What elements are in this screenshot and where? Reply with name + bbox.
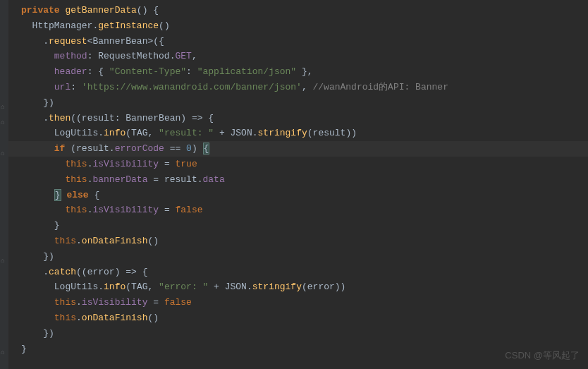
function-name: getBannerData	[65, 5, 136, 16]
code-line[interactable]: LogUtils.info(TAG, "error: " + JSON.stri…	[0, 279, 588, 295]
method-call: onDataFinish	[82, 236, 148, 246]
method-call: getInstance	[98, 20, 159, 31]
code-line[interactable]: this.bannerData = result.data	[0, 172, 588, 188]
gutter-bookmark-icon: ⌂	[1, 147, 8, 154]
keyword-this: this	[54, 313, 76, 323]
code-editor[interactable]: private getBannerData() { HttpManager.ge…	[0, 0, 588, 356]
method-call: info	[104, 282, 125, 292]
code-line[interactable]: .request<BannerBean>({	[0, 34, 588, 49]
keyword-false: false	[164, 297, 192, 308]
property: url	[54, 82, 71, 92]
type-annotation: BannerBean	[125, 113, 180, 123]
method-call: stringify	[258, 128, 307, 138]
string-literal: "application/json"	[197, 66, 296, 77]
code-line-current[interactable]: if (result.errorCode == 0) {	[0, 141, 588, 157]
type-param: BannerBean	[92, 36, 147, 47]
code-line[interactable]: private getBannerData() {	[0, 3, 588, 18]
code-line[interactable]: .catch((error) => {	[0, 265, 588, 280]
code-line[interactable]: }	[0, 341, 588, 357]
code-line[interactable]: url: 'https://www.wanandroid.com/banner/…	[0, 80, 588, 95]
code-line[interactable]: this.isVisibility = true	[0, 157, 588, 172]
keyword-private: private	[21, 5, 60, 16]
code-line[interactable]: })	[0, 95, 588, 111]
brace-match: }	[54, 189, 61, 201]
brace-match: {	[203, 143, 210, 155]
code-line[interactable]: this.onDataFinish()	[0, 310, 588, 326]
code-line[interactable]: this.isVisibility = false	[0, 202, 588, 218]
keyword-false: false	[175, 205, 202, 215]
comment: //wanAndroid的API: Banner	[313, 82, 448, 92]
code-line[interactable]: this.isVisibility = false	[0, 295, 588, 310]
gutter-bookmark-icon: ⌂	[1, 346, 8, 353]
property: method	[54, 51, 87, 61]
gutter-bookmark-icon: ⌂	[1, 116, 8, 123]
keyword-this: this	[54, 236, 76, 246]
keyword-this: this	[65, 205, 87, 215]
keyword-this: this	[65, 159, 87, 169]
watermark-text: CSDN @等风起了	[505, 348, 580, 363]
keyword-this: this	[54, 297, 76, 308]
string-literal: "error: "	[159, 282, 208, 292]
method-call: stringify	[252, 282, 302, 292]
keyword-this: this	[65, 174, 87, 185]
editor-gutter: ⌂ ⌂ ⌂ ⌂ ⌂	[0, 0, 8, 369]
gutter-bookmark-icon: ⌂	[1, 100, 8, 107]
keyword-if: if	[54, 143, 66, 154]
string-literal: "result: "	[159, 128, 214, 138]
code-line[interactable]: LogUtils.info(TAG, "result: " + JSON.str…	[0, 126, 588, 141]
code-line[interactable]: } else {	[0, 188, 588, 203]
method-call: onDataFinish	[82, 313, 148, 323]
keyword-else: else	[66, 190, 88, 200]
method-call: then	[49, 113, 71, 123]
method-call: request	[49, 36, 87, 47]
code-line[interactable]: }	[0, 218, 588, 234]
code-line[interactable]: this.onDataFinish()	[0, 234, 588, 249]
method-call: info	[104, 128, 125, 138]
keyword-true: true	[175, 159, 197, 169]
code-line[interactable]: })	[0, 249, 588, 265]
method-call: catch	[49, 267, 76, 277]
string-literal: "Content-Type"	[109, 66, 186, 77]
code-line[interactable]: })	[0, 326, 588, 341]
code-line[interactable]: .then((result: BannerBean) => {	[0, 111, 588, 126]
property: header	[54, 66, 87, 77]
number-literal: 0	[186, 143, 192, 154]
code-line[interactable]: HttpManager.getInstance()	[0, 18, 588, 34]
string-literal: 'https://www.wanandroid.com/banner/json'	[82, 82, 302, 92]
code-line[interactable]: method: RequestMethod.GET,	[0, 49, 588, 64]
gutter-bookmark-icon: ⌂	[1, 254, 8, 261]
code-line[interactable]: header: { "Content-Type": "application/j…	[0, 64, 588, 80]
